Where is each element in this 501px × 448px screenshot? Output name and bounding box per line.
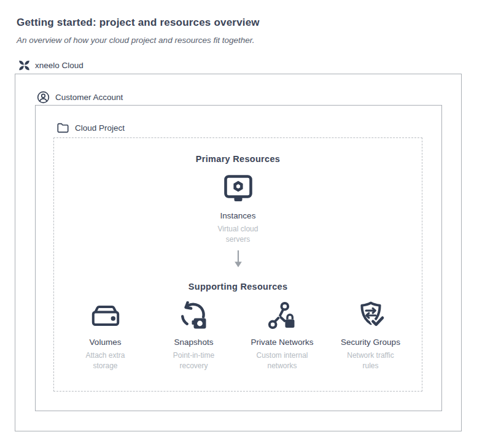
getting-started-page: Getting started: project and resources o… [0,0,501,448]
resource-label: Instances [220,211,256,221]
page-title: Getting started: project and resources o… [17,16,501,29]
xneelo-logo-icon [18,60,30,71]
security-groups-shield-icon [356,300,386,332]
xneelo-cloud-container: Customer Account Cloud Project Primary R… [15,74,462,431]
resource-instances: Instances Virtual cloud servers [211,172,265,245]
snapshots-restore-icon [179,300,209,332]
resource-security-groups: Security Groups Network traffic rules [327,300,415,371]
folder-icon [57,123,69,133]
resource-description: Virtual cloud servers [211,224,265,245]
supporting-resources-heading: Supporting Resources [188,281,288,292]
cloud-project-row: Cloud Project [57,123,441,133]
resource-private-networks: Private Networks Custom internal network… [238,300,327,371]
resource-label: Private Networks [251,338,313,347]
flow-arrow-down-icon [233,250,244,268]
supporting-resources-row: Volumes Attach extra storage [54,300,422,371]
primary-resources-heading: Primary Resources [196,153,280,164]
page-subtitle: An overview of how your cloud project an… [17,35,501,45]
instances-monitor-icon [222,172,254,206]
resource-label: Security Groups [341,338,400,347]
customer-account-label: Customer Account [55,93,123,102]
private-networks-lock-icon [268,300,297,332]
volumes-drive-icon [91,300,120,332]
resource-label: Snapshots [174,338,214,347]
resource-label: Volumes [90,338,122,347]
cloud-project-label: Cloud Project [75,123,125,133]
resource-description: Custom internal networks [252,350,313,371]
xneelo-cloud-label-row: xneelo Cloud [18,60,501,71]
cloud-project-container: Primary Resources Instances Virtual clou… [53,137,422,392]
xneelo-cloud-label: xneelo Cloud [35,61,84,70]
resource-volumes: Volumes Attach extra storage [61,300,150,371]
user-circle-icon [37,91,50,104]
resource-description: Attach extra storage [75,350,136,371]
customer-account-row: Customer Account [37,91,461,104]
resource-description: Network traffic rules [340,350,402,371]
resource-description: Point-in-time recovery [163,350,225,371]
customer-account-container: Cloud Project Primary Resources Instance… [35,105,442,411]
resource-snapshots: Snapshots Point-in-time recovery [150,300,238,371]
